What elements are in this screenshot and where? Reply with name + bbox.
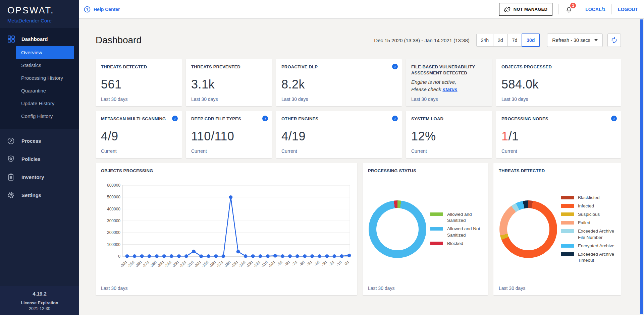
svg-text:-9d: -9d [276, 260, 283, 266]
charts-row: OBJECTS PROCESSING 010000020000030000040… [96, 163, 621, 295]
stat-value: 12% [411, 129, 487, 143]
legend-swatch [561, 204, 574, 208]
donut-ring [499, 200, 557, 258]
not-managed-button[interactable]: NOT MANAGED [499, 3, 553, 16]
legend-item: Exceeded Archive Timeout [561, 251, 615, 263]
card-title: OBJECTS PROCESSED [501, 64, 615, 70]
card-caption: Current [411, 148, 427, 154]
broken-link-icon [504, 6, 511, 13]
card-caption: Last 30 days [191, 97, 218, 102]
svg-text:-22d: -22d [178, 260, 187, 268]
info-icon[interactable]: i [611, 116, 617, 121]
card-title: OTHER ENGINES [281, 116, 396, 122]
card-caption: Last 30 days [411, 97, 438, 102]
stat-card: FILE-BASED VULNERABILITY ASSESSMENT DETE… [406, 59, 492, 106]
license-expiration-date: 2021-12-30 [0, 306, 79, 311]
sidebar-main-group: ProcessPoliciesInventorySettings [0, 129, 79, 204]
range-button-7d[interactable]: 7d [507, 34, 522, 47]
svg-text:-25d: -25d [156, 260, 165, 268]
legend-item: Blocked [430, 241, 483, 247]
sidebar-item-process[interactable]: Process [0, 132, 79, 150]
sidebar-item-settings[interactable]: Settings [0, 186, 79, 204]
stat-value: 561 [101, 77, 176, 91]
info-icon[interactable]: i [172, 116, 178, 121]
sidebar-item-quarantine[interactable]: Quarantine [0, 84, 79, 97]
card-caption: Last 30 days [101, 286, 127, 291]
time-range-selector: 24h2d7d30d [476, 34, 540, 47]
card-title: DEEP CDR FILE TYPES [191, 116, 267, 122]
card-title: METASCAN MULTI-SCANNING [101, 116, 176, 122]
notifications-bell[interactable]: 1 [565, 5, 573, 13]
local-account-link[interactable]: LOCAL/1 [585, 7, 605, 12]
svg-text:-29d: -29d [127, 260, 135, 268]
svg-text:-4d: -4d [313, 260, 320, 266]
card-caption: Current [191, 148, 207, 154]
legend-item: Blacklisted [561, 195, 615, 201]
legend-swatch [561, 212, 574, 216]
sidebar-version-block: 4.19.2 License Expiration 2021-12-30 [0, 286, 79, 315]
vertical-scrollbar[interactable] [640, 19, 643, 314]
card-title: SYSTEM LOAD [411, 116, 487, 122]
card-title: PROCESSING STATUS [368, 168, 483, 174]
card-title: FILE-BASED VULNERABILITY ASSESSMENT DETE… [411, 64, 487, 76]
product-name: MetaDefender Core [7, 18, 72, 23]
svg-text:0d: 0d [344, 260, 350, 266]
card-title: THREATS DETECTED [101, 64, 176, 70]
sidebar-item-config-history[interactable]: Config History [0, 110, 79, 123]
date-range-label: Dec 15 2020 (13:38) - Jan 14 2021 (13:38… [374, 38, 469, 43]
settings-gear-icon [7, 191, 15, 199]
stat-cards-row-1: THREATS DETECTED561Last 30 daysTHREATS P… [96, 59, 621, 106]
info-icon[interactable]: i [392, 64, 398, 69]
card-caption: Last 30 days [368, 286, 394, 291]
license-expiration-label: License Expiration [0, 301, 79, 305]
objects-processing-line-chart: 0100000200000300000400000500000600000-30… [101, 174, 352, 285]
legend-label: Blocked [447, 241, 463, 247]
svg-text:-15d: -15d [230, 260, 239, 268]
help-center-link[interactable]: ? Help Center [84, 6, 120, 13]
logout-link[interactable]: LOGOUT [618, 7, 638, 12]
stat-card: METASCAN MULTI-SCANNINGi4/9Current [96, 111, 182, 158]
legend-label: Failed [578, 220, 590, 226]
legend-swatch [430, 242, 443, 245]
stat-value: 110/110 [191, 129, 267, 143]
sidebar-item-inventory[interactable]: Inventory [0, 168, 79, 186]
chart-legend: Allowed and SanitizedAllowed and Not San… [430, 211, 483, 247]
stat-card: THREATS PREVENTED3.1kLast 30 days [186, 59, 272, 106]
sidebar-item-statistics[interactable]: Statistics [0, 59, 79, 72]
sidebar-item-overview[interactable]: Overview [16, 46, 74, 59]
legend-swatch [430, 212, 443, 216]
process-icon [7, 137, 15, 145]
svg-text:-19d: -19d [201, 260, 209, 268]
svg-text:500000: 500000 [107, 195, 120, 199]
refresh-now-button[interactable] [607, 34, 621, 47]
svg-text:-18d: -18d [208, 260, 216, 268]
range-button-30d[interactable]: 30d [522, 34, 540, 47]
info-icon[interactable]: i [262, 116, 268, 121]
stat-value: 4/9 [101, 129, 176, 143]
sidebar-dashboard-group: Dashboard OverviewStatisticsProcessing H… [0, 28, 79, 129]
sidebar: OPSWAT. MetaDefender Core Dashboard Over… [0, 0, 79, 315]
range-button-2d[interactable]: 2d [493, 34, 508, 47]
svg-text:-23d: -23d [171, 260, 179, 268]
svg-text:-14d: -14d [238, 260, 246, 268]
notification-badge: 1 [570, 3, 576, 8]
help-question-icon: ? [84, 6, 91, 13]
status-link[interactable]: status [442, 86, 457, 92]
svg-text:300000: 300000 [107, 218, 120, 223]
legend-label: Exceeded Archive File Number [578, 228, 615, 240]
sidebar-item-policies[interactable]: Policies [0, 150, 79, 168]
stat-card: OTHER ENGINESi4/19Current [276, 111, 402, 158]
sidebar-item-dashboard[interactable]: Dashboard [0, 32, 79, 46]
sidebar-item-update-history[interactable]: Update History [0, 97, 79, 110]
range-button-24h[interactable]: 24h [476, 34, 493, 47]
info-icon[interactable]: i [392, 116, 398, 121]
opswat-logo: OPSWAT. [7, 5, 72, 16]
svg-text:400000: 400000 [107, 206, 120, 211]
inventory-clipboard-icon [7, 173, 15, 181]
refresh-interval-dropdown[interactable]: Refresh - 30 secs [547, 34, 603, 47]
sidebar-item-processing-history[interactable]: Processing History [0, 72, 79, 84]
legend-label: Allowed and Sanitized [447, 211, 483, 224]
svg-text:-10d: -10d [267, 260, 276, 268]
svg-text:-28d: -28d [134, 260, 143, 268]
stat-card: SYSTEM LOAD12%Current [406, 111, 492, 158]
